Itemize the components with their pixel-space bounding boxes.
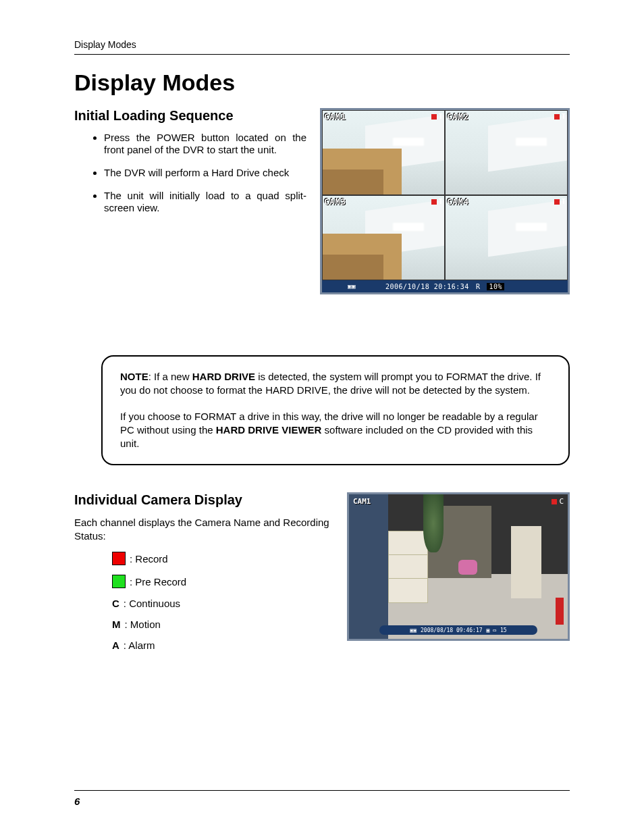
- note-box: NOTE: If a new HARD DRIVE is detected, t…: [101, 355, 570, 465]
- legend-row-continuous: C: Continuous: [112, 598, 333, 609]
- section2-heading: Individual Camera Display: [74, 492, 333, 508]
- cam-indicator: T: [431, 197, 443, 206]
- cam-tile: CAM2 T: [445, 110, 568, 195]
- section1-heading: Initial Loading Sequence: [74, 108, 306, 124]
- section1-bullets: Press the POWER button located on the fr…: [74, 132, 306, 214]
- cam-label: CAM3: [324, 197, 346, 207]
- quad-camera-figure: CAM1 T CAM2 T CAM3 T CAM4 T: [320, 108, 570, 294]
- note-paragraph: If you choose to FORMAT a drive in this …: [120, 410, 551, 451]
- header-rule: [74, 54, 570, 55]
- single-camera-figure: CAM1 C ▣▣ 2008/08/18 09:46:17 ▣ ▭ 15: [347, 492, 570, 641]
- cam-indicator: C: [552, 497, 564, 506]
- legend-row-prerecord: : Pre Record: [112, 575, 333, 588]
- note-paragraph: NOTE: If a new HARD DRIVE is detected, t…: [120, 370, 551, 398]
- legend-row-alarm: A: Alarm: [112, 640, 333, 651]
- cam-tile: CAM1 T: [322, 110, 445, 195]
- single-status-bar: ▣▣ 2008/08/18 09:46:17 ▣ ▭ 15: [379, 625, 537, 635]
- cam-indicator: T: [554, 112, 566, 121]
- cam-tile: CAM3 T: [322, 195, 445, 280]
- section2-intro: Each channel displays the Camera Name an…: [74, 516, 333, 542]
- cam-label: CAM1: [353, 497, 371, 506]
- cam-label: CAM4: [447, 197, 469, 207]
- running-head: Display Modes: [74, 39, 570, 50]
- status-percent: 10%: [487, 283, 504, 290]
- footer-rule: [74, 790, 570, 791]
- page-number: 6: [74, 796, 80, 807]
- quad-status-bar: ▣▣ 2006/10/18 20:16:34 R 10%: [322, 280, 568, 292]
- status-icons: ▣▣: [348, 283, 356, 290]
- swatch-red: [112, 552, 126, 565]
- swatch-green: [112, 575, 126, 588]
- cam-indicator: T: [554, 197, 566, 206]
- bullet: The DVR will perform a Hard Drive check: [104, 167, 306, 179]
- cam-indicator: T: [431, 112, 443, 121]
- legend-row-motion: M: Motion: [112, 619, 333, 630]
- page-title: Display Modes: [74, 70, 570, 96]
- bullet: The unit will initially load to a quad s…: [104, 190, 306, 214]
- legend: : Record : Pre Record C: Continuous M: M…: [74, 552, 333, 651]
- bullet: Press the POWER button located on the fr…: [104, 132, 306, 156]
- cam-label: CAM2: [447, 112, 469, 122]
- status-timestamp: 2006/10/18 20:16:34: [385, 283, 469, 290]
- legend-row-record: : Record: [112, 552, 333, 565]
- cam-label: CAM1: [324, 112, 346, 122]
- cam-tile: CAM4 T: [445, 195, 568, 280]
- status-mode: R: [476, 283, 481, 290]
